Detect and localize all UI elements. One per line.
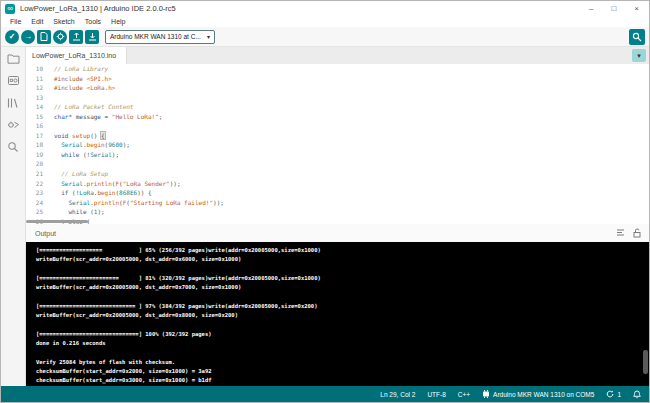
arduino-ide-window: ∞ LowPower_LoRa_1310 | Arduino IDE 2.0.0… [0,0,650,403]
minimize-button[interactable]: – [589,1,593,16]
window-title: LowPower_LoRa_1310 | Arduino IDE 2.0.0-r… [20,4,176,13]
line-number: 11 [26,74,54,84]
line-number: 25 [26,207,54,217]
line-code: void setup() { [54,131,105,141]
console-lines: [=================== ] 65% (256/392 page… [36,246,649,385]
menu-tools[interactable]: Tools [80,18,106,25]
arrow-down-tray-icon [88,32,97,41]
activity-bar [1,47,26,386]
upload-button[interactable]: → [21,30,35,44]
encoding-indicator[interactable]: UTF-8 [427,391,445,398]
line-code: while (!Serial); [54,150,119,160]
arduino-logo-icon: ∞ [5,4,15,14]
books-icon [7,97,19,109]
code-line: 10// LoRa Library [26,64,649,74]
document-icon [40,32,48,41]
line-code: if (!LoRa.begin(868E6)) { [54,188,152,198]
console-line: writeBuffer(scr_addr=0x20005000, dst_add… [36,311,649,320]
editor-lines: 10// LoRa Library11#include <SPI.h>12#in… [26,64,649,224]
new-sketch-button[interactable] [37,30,51,44]
line-code: char* message = "Hello LoRa!"; [54,112,162,122]
console-line: Verify 25084 bytes of flash with checksu… [36,358,649,367]
menu-help[interactable]: Help [106,18,130,25]
board-port-label: Arduino MKR WAN 1310 on COM5 [493,391,594,398]
sidebar-item-search[interactable] [6,139,21,154]
console-line: checksumBuffer(start_addr=0x3000, size=0… [36,376,649,385]
main-area: LowPower_LoRa_1310.ino ▾ 10// LoRa Libra… [1,47,649,386]
code-line: 25 while (1); [26,207,649,217]
line-number: 17 [26,131,54,141]
debug-button[interactable] [53,30,67,44]
menu-sketch[interactable]: Sketch [48,18,79,25]
console-line: writeBuffer(scr_addr=0x20005000, dst_add… [36,255,649,264]
board-selector-label: Arduino MKR WAN 1310 at C... [110,33,201,40]
code-line: 16 [26,121,649,131]
console-line [36,265,649,274]
microcontroller-icon [482,390,490,398]
code-line: 24 Serial.println(F("Starting LoRa faile… [26,198,649,208]
editor-tab-bar: LowPower_LoRa_1310.ino ▾ [26,47,649,64]
output-vertical-scrollbar[interactable] [643,350,648,374]
line-code: Serial.begin(9600); [54,140,130,150]
line-number: 23 [26,188,54,198]
line-code: // LoRa Library [54,64,108,74]
editor-horizontal-scrollbar[interactable] [26,220,88,223]
sidebar-item-library-manager[interactable] [6,95,21,110]
open-button[interactable] [69,30,83,44]
line-number: 22 [26,179,54,189]
clear-output-button[interactable] [616,228,625,238]
maximize-button[interactable]: □ [611,1,616,16]
tab-options-button[interactable]: ▾ [632,49,646,62]
line-code: // LoRa Packet Content [54,102,133,112]
menu-edit[interactable]: Edit [26,18,48,25]
code-line: 19 while (!Serial); [26,150,649,160]
chevron-down-icon: ▾ [207,33,210,40]
board-selector-dropdown[interactable]: Arduino MKR WAN 1310 at C... ▾ [105,30,215,44]
code-line: 20 [26,159,649,169]
line-number: 12 [26,83,54,93]
code-line: 18 Serial.begin(9600); [26,140,649,150]
console-line: [=================== ] 65% (256/392 page… [36,246,649,255]
serial-monitor-button[interactable] [629,29,645,45]
line-code: #include <LoRa.h> [54,83,115,93]
code-line: 11#include <SPI.h> [26,74,649,84]
debug-bug-icon [7,119,20,130]
magnifier-icon [632,32,642,42]
code-line: 22 Serial.println(F("LoRa Sender")); [26,179,649,189]
sync-indicator[interactable]: 1 [606,390,621,398]
bug-icon [56,32,65,41]
sync-refresh-icon [606,390,614,398]
console-line: checksumBuffer(start_addr=0x2000, size=0… [36,367,649,376]
notifications-button[interactable] [633,390,641,399]
code-line: 23 if (!LoRa.begin(868E6)) { [26,188,649,198]
menu-file[interactable]: File [5,18,26,25]
board-port-indicator[interactable]: Arduino MKR WAN 1310 on COM5 [482,390,594,398]
content-area: LowPower_LoRa_1310.ino ▾ 10// LoRa Libra… [26,47,649,386]
line-number: 20 [26,159,54,169]
console-line: [==============================] 100% (3… [36,330,649,339]
lock-open-icon [633,228,641,238]
output-panel-header: Output [26,224,649,242]
verify-button[interactable]: ✓ [5,30,19,44]
close-button[interactable]: × [634,1,639,16]
cursor-position-indicator[interactable]: Ln 29, Col 2 [380,391,415,398]
console-line: [============================= ] 97% (38… [36,302,649,311]
sidebar-item-debug[interactable] [6,117,21,132]
tab-lowpower-lora-1310[interactable]: LowPower_LoRa_1310.ino [26,47,127,64]
toolbar: ✓ → Arduino MKR WAN 1310 at C... ▾ [1,27,649,47]
line-code: Serial.println(F("Starting LoRa failed!"… [54,198,224,208]
sidebar-item-sketchbook[interactable] [6,51,21,66]
line-number: 24 [26,198,54,208]
line-number: 16 [26,121,54,131]
menu-bar: FileEditSketchToolsHelp [1,16,649,27]
code-line: 13 [26,93,649,103]
scroll-lock-button[interactable] [633,228,641,238]
code-line: 26 } else { [26,217,649,224]
save-button[interactable] [85,30,99,44]
sidebar-item-boards-manager[interactable] [6,73,21,88]
console-line: writeBuffer(scr_addr=0x20005000, dst_add… [36,283,649,292]
language-indicator: C++ [458,391,470,398]
status-bar: Ln 29, Col 2 UTF-8 C++ Arduino MKR WAN 1… [1,386,649,402]
code-editor[interactable]: 10// LoRa Library11#include <SPI.h>12#in… [26,64,649,224]
arrow-up-tray-icon [72,32,81,41]
